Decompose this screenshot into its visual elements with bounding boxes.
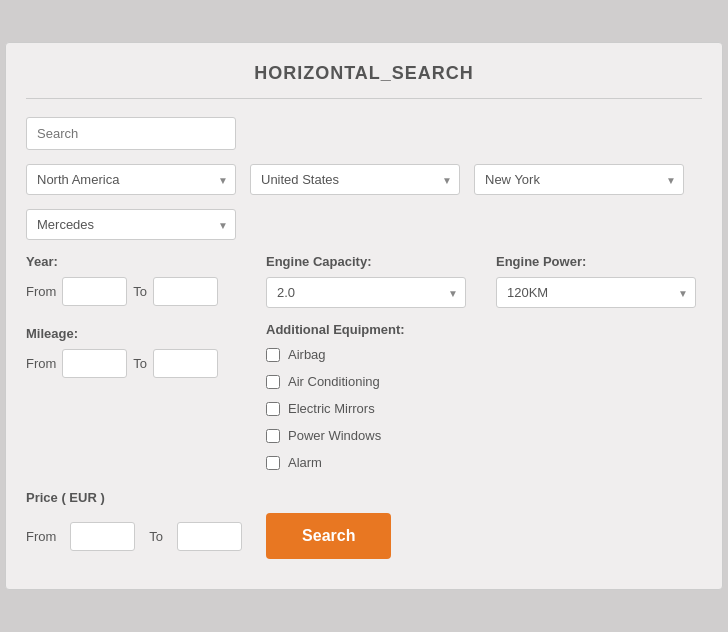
left-column: Year: From To Mileage: From To [26,254,266,398]
engine-power-select[interactable]: 80KM 100KM 120KM 150KM 200KM [496,277,696,308]
mileage-to-label: To [133,356,147,371]
brand-select-wrap: Mercedes BMW Audi Toyota [26,209,236,240]
checkbox-list: Airbag Air Conditioning Electric Mirrors… [266,347,702,470]
year-to-label: To [133,284,147,299]
mileage-label: Mileage: [26,326,266,341]
year-label: Year: [26,254,266,269]
mileage-from-input[interactable] [62,349,127,378]
price-to-input[interactable] [177,522,242,551]
checkbox-item-air-conditioning: Air Conditioning [266,374,702,389]
price-from-input[interactable] [70,522,135,551]
checkbox-airbag-label: Airbag [288,347,326,362]
location-row: North America Europe Asia South America … [26,164,702,195]
mileage-to-input[interactable] [153,349,218,378]
mileage-from-to: From To [26,349,266,378]
checkbox-electric-mirrors[interactable] [266,402,280,416]
checkbox-electric-mirrors-label: Electric Mirrors [288,401,375,416]
price-row: From To Search [26,513,702,559]
engine-power-block: Engine Power: 80KM 100KM 120KM 150KM 200… [496,254,696,308]
checkbox-alarm-label: Alarm [288,455,322,470]
engine-capacity-select-wrap: 1.0 1.4 1.6 1.8 2.0 2.5 3.0 [266,277,466,308]
engine-power-select-wrap: 80KM 100KM 120KM 150KM 200KM [496,277,696,308]
checkbox-item-power-windows: Power Windows [266,428,702,443]
search-button[interactable]: Search [266,513,391,559]
divider [26,98,702,99]
content-row: Year: From To Mileage: From To Engine Ca… [26,254,702,470]
checkbox-power-windows-label: Power Windows [288,428,381,443]
country-select[interactable]: United States Canada Mexico [250,164,460,195]
search-panel: HORIZONTAL_SEARCH North America Europe A… [5,42,723,590]
checkbox-air-conditioning[interactable] [266,375,280,389]
year-from-input[interactable] [62,277,127,306]
year-from-label: From [26,284,56,299]
checkbox-air-conditioning-label: Air Conditioning [288,374,380,389]
checkbox-item-airbag: Airbag [266,347,702,362]
checkbox-item-alarm: Alarm [266,455,702,470]
price-to-label: To [149,529,163,544]
country-select-wrap: United States Canada Mexico [250,164,460,195]
engine-capacity-select[interactable]: 1.0 1.4 1.6 1.8 2.0 2.5 3.0 [266,277,466,308]
mileage-from-label: From [26,356,56,371]
city-select-wrap: New York Los Angeles Chicago [474,164,684,195]
price-section: Price ( EUR ) From To Search [26,490,702,559]
checkbox-airbag[interactable] [266,348,280,362]
right-column: Engine Capacity: 1.0 1.4 1.6 1.8 2.0 2.5… [266,254,702,470]
checkbox-power-windows[interactable] [266,429,280,443]
brand-select[interactable]: Mercedes BMW Audi Toyota [26,209,236,240]
price-label: Price ( EUR ) [26,490,702,505]
brand-row: Mercedes BMW Audi Toyota [26,209,702,240]
engine-power-label: Engine Power: [496,254,696,269]
engine-capacity-block: Engine Capacity: 1.0 1.4 1.6 1.8 2.0 2.5… [266,254,466,308]
additional-equipment-label: Additional Equipment: [266,322,702,337]
panel-title: HORIZONTAL_SEARCH [26,63,702,84]
checkbox-alarm[interactable] [266,456,280,470]
region-select-wrap: North America Europe Asia South America [26,164,236,195]
year-from-to: From To [26,277,266,306]
price-from-label: From [26,529,56,544]
search-input[interactable] [26,117,236,150]
city-select[interactable]: New York Los Angeles Chicago [474,164,684,195]
checkbox-item-electric-mirrors: Electric Mirrors [266,401,702,416]
engine-capacity-label: Engine Capacity: [266,254,466,269]
region-select[interactable]: North America Europe Asia South America [26,164,236,195]
year-to-input[interactable] [153,277,218,306]
engine-row: Engine Capacity: 1.0 1.4 1.6 1.8 2.0 2.5… [266,254,702,308]
